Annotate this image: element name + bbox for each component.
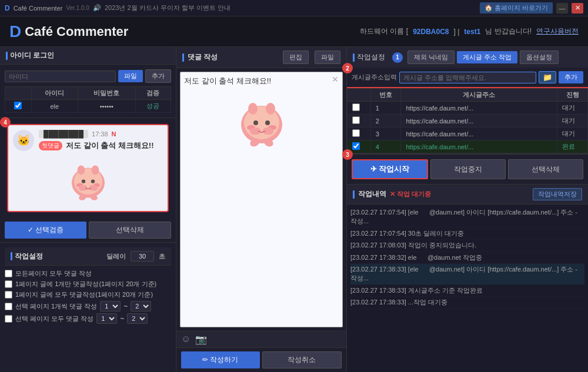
log-header: 작업내역 ✕ 작업 대기중 작업내역저장 <box>347 185 588 205</box>
comment-content: ████████ 17:38 N 첫댓글 저도 같이 출석 체크해요!! <box>39 130 163 151</box>
svg-point-2 <box>77 165 85 175</box>
camera-icon[interactable]: 📷 <box>195 334 207 345</box>
cancel-write-button[interactable]: 작성취소 <box>262 351 342 368</box>
folder-button[interactable]: 📁 <box>539 71 556 83</box>
badge-1: 1 <box>392 52 403 63</box>
option-row-2: 1페이지 글에 1개만 댓글작성(1페이지 20개 기준) <box>5 280 171 289</box>
url-input[interactable] <box>399 72 536 83</box>
close-button[interactable]: ✕ <box>572 3 583 14</box>
log-save-button[interactable]: 작업내역저장 <box>533 188 582 200</box>
url-col-check <box>348 89 371 102</box>
table-row: ele •••••• 성공 <box>5 100 171 113</box>
row-check[interactable] <box>5 100 32 113</box>
user-id: test1 <box>464 28 480 36</box>
option-check-4[interactable] <box>5 303 12 310</box>
verify-button[interactable]: ✓ 선택검증 <box>5 222 86 239</box>
editor-close-icon[interactable]: ✕ <box>332 75 339 84</box>
option-check-3[interactable] <box>5 291 12 299</box>
page-from-select-1[interactable]: 12 <box>100 301 121 311</box>
titlebar-right: 🏠 홈페이지 바로가기 — ✕ <box>480 2 583 14</box>
option-label-5: 선택 페이지 모두 댓글 작성 <box>15 314 93 323</box>
url-check-3[interactable] <box>348 128 371 140</box>
stop-button[interactable]: 작업중지 <box>430 159 506 179</box>
ws-bar-icon <box>11 252 12 260</box>
minimize-button[interactable]: — <box>556 3 568 14</box>
tab-options[interactable]: 옵션설정 <box>520 51 559 64</box>
delay-input[interactable] <box>131 251 154 262</box>
option-label-2: 1페이지 글에 1개만 댓글작성(1페이지 20개 기준) <box>15 280 156 289</box>
start-button[interactable]: ✈ 작업시작 <box>352 159 428 179</box>
delete-selected-button[interactable]: 선택삭제 <box>89 222 172 239</box>
row-pw: •••••• <box>78 100 135 113</box>
section-bar-icon <box>6 52 8 60</box>
delay-label: 딜레이 <box>106 252 126 261</box>
id-input[interactable] <box>5 71 116 82</box>
option-check-5[interactable] <box>5 315 12 323</box>
login-row: 파일 추가 <box>5 69 171 83</box>
row-id: ele <box>31 100 78 113</box>
titlebar: D Café Commenter Ver.1.0.0 🔊 2023년 2월 카드… <box>0 0 588 16</box>
emoji-icon[interactable]: ☺ <box>181 334 191 345</box>
comment-tag: 첫댓글 <box>39 141 62 150</box>
svg-point-16 <box>253 120 258 125</box>
url-col-num: 번호 <box>370 89 401 102</box>
header: D Café Commenter 하드웨어 이름 [ 92DBA0C8 ] | … <box>0 16 588 47</box>
url-addr-2: https://cafe.daum.net/... <box>401 115 557 128</box>
url-input-section: 2 게시글주소입력 📁 추가 <box>347 68 588 88</box>
edit-button[interactable]: 편집 <box>283 51 309 64</box>
url-input-row: 게시글주소입력 📁 추가 <box>347 68 588 88</box>
url-check-1[interactable] <box>348 102 371 115</box>
write-button[interactable]: ✏ 작성하기 <box>181 351 260 368</box>
action-section: 3 ✈ 작업시작 작업중지 선택삭제 <box>347 154 588 185</box>
option-label-1: 모든페이지 모두 댓글 작성 <box>15 269 92 278</box>
col-pw: 비밀번호 <box>78 87 135 100</box>
log-entry-1: [23.02.27 17:07:54] [ele @daum.net] 아이디 … <box>350 207 584 228</box>
comment-text-row: 첫댓글 저도 같이 출석 체크해요!! <box>39 140 163 151</box>
badge-4: 4 <box>0 117 11 128</box>
option-label-3: 1페이지 글에 모두 댓글작성(1페이지 20개 기준) <box>15 290 153 299</box>
svg-point-4 <box>81 179 85 183</box>
editor-title: 댓글 작성 <box>188 52 218 62</box>
comment-bubble: 🐱 ████████ 17:38 N 첫댓글 저도 같이 출석 체크해요!! <box>13 130 163 151</box>
log-entry-6: [23.02.27 17:38:33] 게시글주소 기준 작업완료 <box>350 285 584 297</box>
url-addr-1: https://cafe.daum.net/... <box>401 102 557 115</box>
peach-sticker-svg <box>65 157 112 204</box>
header-logo-text: Café Commenter <box>25 24 128 39</box>
option-row-5: 선택 페이지 모두 댓글 작성 12 ~ 21 <box>5 313 171 324</box>
url-addr-3: https://cafe.daum.net/... <box>401 128 557 140</box>
add-url-button[interactable]: 추가 <box>559 71 583 83</box>
action-buttons: ✈ 작업시작 작업중지 선택삭제 <box>347 154 588 185</box>
file-btn-editor[interactable]: 파일 <box>315 51 340 64</box>
url-row-3: 3 https://cafe.daum.net/... 대기 <box>348 128 588 140</box>
editor-sticker <box>184 92 339 151</box>
tab-exclude-nickname[interactable]: 제외 닉네임 <box>407 51 455 64</box>
task-delete-button[interactable]: 선택삭제 <box>508 159 583 179</box>
url-addr-4: https://cafe.daum.net/... <box>401 140 557 153</box>
url-num-2: 2 <box>370 115 401 128</box>
verify-row: ✓ 선택검증 선택삭제 <box>0 218 176 242</box>
option-check-2[interactable] <box>5 280 12 288</box>
header-logo: D Café Commenter <box>9 22 128 41</box>
sticker-preview <box>13 157 163 204</box>
log-section: 작업내역 ✕ 작업 대기중 작업내역저장 [23.02.27 17:07:54]… <box>347 185 588 372</box>
title-sound-icon: 🔊 <box>93 4 101 12</box>
hw-id: 92DBA0C8 <box>413 28 449 36</box>
trial-link[interactable]: 연구사용버전 <box>536 26 579 36</box>
comment-header: ████████ 17:38 N <box>39 130 163 138</box>
left-panel: 아이디 로그인 파일 추가 아이디 비밀번호 검증 <box>0 47 176 372</box>
comment-text: 저도 같이 출석 체크해요!! <box>66 140 154 151</box>
tab-post-url[interactable]: 게시글 주소 작업 <box>457 51 517 63</box>
page-to-select-2[interactable]: 21 <box>127 313 148 324</box>
login-section-title: 아이디 로그인 <box>10 51 54 61</box>
page-to-select-1[interactable]: 21 <box>131 301 151 311</box>
svg-point-14 <box>248 103 258 115</box>
option-check-1[interactable] <box>5 270 12 277</box>
add-button[interactable]: 추가 <box>145 69 171 83</box>
editor-peach-svg <box>232 92 291 151</box>
home-button[interactable]: 🏠 홈페이지 바로가기 <box>480 2 553 14</box>
file-button[interactable]: 파일 <box>118 70 143 82</box>
url-check-2[interactable] <box>348 115 371 128</box>
url-col-url: 게시글주소 <box>401 89 557 102</box>
page-from-select-2[interactable]: 12 <box>96 313 117 324</box>
log-entry-2: [23.02.27 17:07:54] 30초 딜레이 대기중 <box>350 228 584 240</box>
